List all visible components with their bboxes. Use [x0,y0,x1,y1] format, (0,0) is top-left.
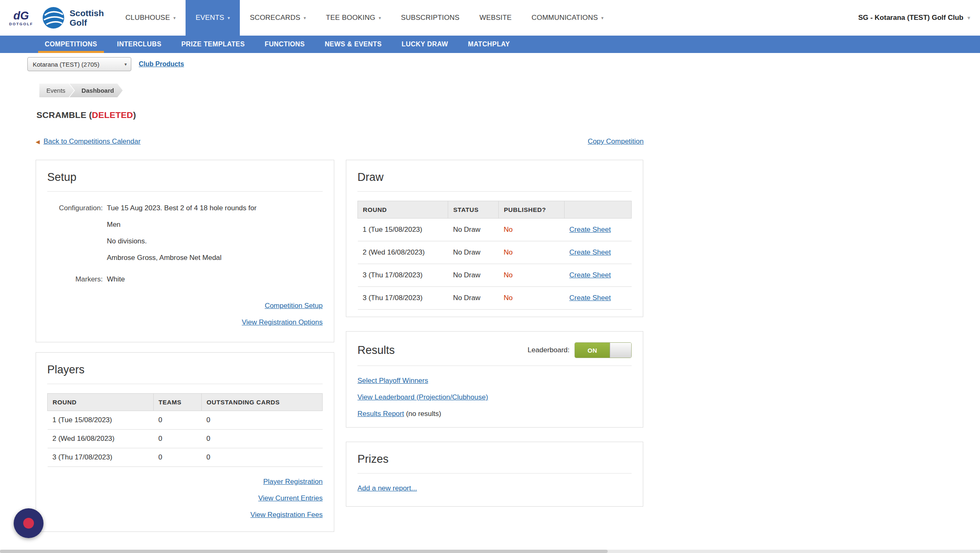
cards-cell: 0 [201,411,322,430]
copy-competition-link[interactable]: Copy Competition [588,137,644,146]
chevron-down-icon: ▾ [173,15,176,21]
menu-item-scorecards[interactable]: SCORECARDS▾ [240,0,316,36]
chat-widget-button[interactable] [14,508,43,538]
menu-item-events[interactable]: EVENTS▾ [186,0,240,36]
club-row: Kotarana (TEST) (2705) ▾ Club Products [27,57,980,71]
column-header-round: ROUND [48,394,154,411]
dotgolf-logo-icon: dG [13,10,29,22]
subnav-item-interclubs[interactable]: INTERCLUBS [111,36,168,53]
draw-row: 2 (Wed 16/08/2023) No Draw No Create She… [358,241,632,264]
cards-cell: 0 [201,430,322,448]
brand-area: dG DOTGOLF Scottish Golf [0,0,116,36]
published-cell: No [499,219,565,241]
column-header-published: PUBLISHED? [499,201,565,219]
leaderboard-control: Leaderboard: ON [528,342,632,358]
markers-row: Markers: White [47,275,323,284]
round-cell: 2 (Wed 16/08/2023) [48,430,154,448]
club-select-value: Kotarana (TEST) (2705) [33,61,99,68]
setup-card: Setup Configuration: Tue 15 Aug 2023. Be… [36,160,334,342]
divider [47,384,323,384]
draw-card: Draw ROUND STATUS PUBLISHED? 1 (Tue 15/0… [346,160,643,317]
column-header-status: STATUS [448,201,499,219]
round-cell: 3 (Thu 17/08/2023) [358,264,448,287]
players-links: Player Registration View Current Entries… [47,478,323,519]
account-menu[interactable]: SG - Kotarana (TEST) Golf Club ▾ [858,0,980,36]
results-card: Results Leaderboard: ON Select Playoff W… [346,331,643,428]
column-header-teams: TEAMS [153,394,201,411]
players-header-row: ROUND TEAMS OUTSTANDING CARDS [48,394,323,411]
account-name: SG - Kotarana (TEST) Golf Club [858,14,963,22]
divider [47,191,323,192]
breadcrumb: Events Dashboard [39,84,980,97]
breadcrumb-dashboard[interactable]: Dashboard [70,84,123,97]
page-title: SCRAMBLE (DELETED) [36,110,980,120]
create-sheet-link[interactable]: Create Sheet [570,248,611,256]
dotgolf-logo[interactable]: dG DOTGOLF [9,10,33,26]
status-cell: No Draw [448,241,499,264]
create-sheet-link[interactable]: Create Sheet [570,226,611,233]
teams-cell: 0 [153,411,201,430]
menu-item-tee-booking[interactable]: TEE BOOKING▾ [316,0,391,36]
subnav-item-matchplay[interactable]: MATCHPLAY [461,36,517,53]
draw-title: Draw [357,171,632,184]
back-to-competitions-link[interactable]: Back to Competitions Calendar [43,137,140,146]
scottish-golf-globe-icon [42,7,65,29]
menu-item-website[interactable]: WEBSITE [469,0,521,36]
chevron-down-icon: ▾ [304,15,306,21]
toggle-on-label: ON [575,343,610,358]
subnav-item-news-events[interactable]: NEWS & EVENTS [318,36,389,53]
configuration-value: Tue 15 Aug 2023. Best 2 of 4 18 hole rou… [107,204,256,270]
round-cell: 1 (Tue 15/08/2023) [48,411,154,430]
leaderboard-label: Leaderboard: [528,346,570,354]
setup-title: Setup [47,171,323,184]
results-report-link[interactable]: Results Report [357,410,404,418]
view-leaderboard-link[interactable]: View Leaderboard (Projection/Clubhouse) [357,393,488,401]
competition-setup-link[interactable]: Competition Setup [265,302,323,310]
scottish-golf-wordmark: Scottish Golf [70,8,104,27]
horizontal-scrollbar[interactable] [0,550,980,553]
status-cell: No Draw [448,287,499,310]
subnav-item-lucky-draw[interactable]: LUCKY DRAW [395,36,455,53]
player-registration-link[interactable]: Player Registration [263,478,323,486]
toggle-knob [610,343,631,358]
menu-item-clubhouse[interactable]: CLUBHOUSE▾ [116,0,186,36]
subnav-item-prize-templates[interactable]: PRIZE TEMPLATES [175,36,251,53]
players-card: Players ROUND TEAMS OUTSTANDING CARDS 1 … [36,352,334,532]
teams-cell: 0 [153,448,201,467]
club-products-link[interactable]: Club Products [139,60,184,68]
divider [357,473,632,474]
draw-row: 3 (Thu 17/08/2023) No Draw No Create She… [358,264,632,287]
view-registration-options-link[interactable]: View Registration Options [242,318,323,326]
configuration-row: Configuration: Tue 15 Aug 2023. Best 2 o… [47,204,323,270]
setup-links: Competition Setup View Registration Opti… [47,302,323,327]
chevron-down-icon: ▾ [379,15,381,21]
breadcrumb-events[interactable]: Events [39,84,74,97]
leaderboard-toggle[interactable]: ON [574,342,632,358]
menu-item-subscriptions[interactable]: SUBSCRIPTIONS [391,0,469,36]
subnav-item-competitions[interactable]: COMPETITIONS [38,36,104,53]
create-sheet-link[interactable]: Create Sheet [570,294,611,302]
draw-header-row: ROUND STATUS PUBLISHED? [358,201,632,219]
round-cell: 1 (Tue 15/08/2023) [358,219,448,241]
select-playoff-winners-link[interactable]: Select Playoff Winners [357,377,428,385]
prizes-title: Prizes [357,453,632,466]
club-select[interactable]: Kotarana (TEST) (2705) ▾ [27,57,131,71]
results-title: Results [357,344,395,357]
round-cell: 3 (Thu 17/08/2023) [48,448,154,467]
view-current-entries-link[interactable]: View Current Entries [258,494,323,502]
create-sheet-link[interactable]: Create Sheet [570,271,611,279]
view-registration-fees-link[interactable]: View Registration Fees [251,511,323,519]
chevron-down-icon: ▾ [227,15,230,21]
markers-value: White [107,275,125,284]
results-report-note: (no results) [404,410,441,418]
menu-item-communications[interactable]: COMMUNICATIONS▾ [521,0,613,36]
subnav-item-functions[interactable]: FUNCTIONS [258,36,311,53]
published-cell: No [499,241,565,264]
results-links: Select Playoff Winners View Leaderboard … [357,377,632,418]
add-new-report-link[interactable]: Add a new report... [357,484,417,492]
scrollbar-thumb[interactable] [0,550,608,553]
top-nav: dG DOTGOLF Scottish Golf CLUBHOUSE▾ EVEN… [0,0,980,36]
scottish-golf-logo[interactable]: Scottish Golf [42,7,104,29]
chevron-down-icon: ▾ [968,15,970,21]
players-title: Players [47,363,323,376]
